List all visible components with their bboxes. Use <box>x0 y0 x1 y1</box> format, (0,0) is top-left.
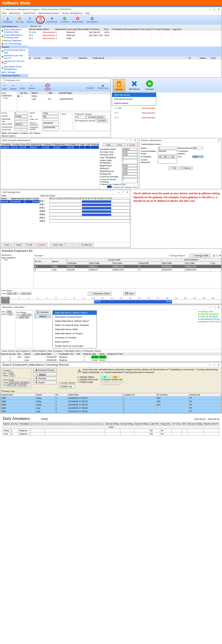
menu-add-device[interactable]: Add new device <box>112 93 156 97</box>
save-btn[interactable]: ✓Save <box>18 84 26 90</box>
employee-button[interactable]: Employee <box>1 16 14 24</box>
device-row[interactable]: ↺ 2Disconnected <box>112 110 222 115</box>
sidebar-export-data[interactable]: Export Attendance Checking Data <box>1 34 28 39</box>
sidebar: Data Maintenance Import Attendance Check… <box>1 25 28 77</box>
device-row[interactable]: ↺ 3Disconnected <box>112 115 222 120</box>
arrange-btn[interactable]: 📑 Arrange Shifts <box>189 254 211 257</box>
acno-input[interactable]: 1 <box>14 112 28 114</box>
machine-row[interactable]: ↺ 2Disconnected1Ethernet192.168.1.201437… <box>28 34 221 37</box>
schedule-emp-window: Schedule Employee's AC Department: OUR C… <box>0 248 222 305</box>
svg-rect-1 <box>18 17 21 20</box>
temp-shifts-btn[interactable]: 📑 Temporary Shifts <box>88 292 112 295</box>
tt-delete[interactable]: ✕ Delete <box>125 143 137 147</box>
tree-company[interactable]: OUR COMPANY <box>1 92 16 97</box>
svg-point-9 <box>92 18 93 19</box>
sidebar-import-data[interactable]: Import Attendance Checking Data <box>1 28 28 34</box>
table-row: Vicky1Daytime*6040 <box>3 429 219 432</box>
sidebar-photo-mgmt[interactable]: Attendance Photo Management <box>1 65 28 71</box>
table-row[interactable]: 2LinaNormal2000/1/12999/12/31☐2016/9/262… <box>34 268 221 272</box>
tree-dept[interactable]: XIMI <box>1 97 16 99</box>
sm-deltime[interactable]: ✕ Delete <box>65 243 78 247</box>
shift-mgmt-window: Shift Management—□✕ Shifts NameBeginning… <box>0 190 130 248</box>
del-btn[interactable]: —Delete <box>9 83 18 91</box>
search-btn[interactable]: 🔍 Search <box>34 372 57 376</box>
menu-edit-all[interactable]: Edit All device <box>112 101 156 105</box>
conn-device-btn[interactable]: Connect Device <box>86 115 105 119</box>
tab-machine-list[interactable]: Machine List <box>28 25 221 28</box>
preview-btn[interactable]: 🗎 Preview <box>34 377 57 380</box>
device-maint-window: Device maintenance✕ Communication param … <box>139 138 222 189</box>
import-btn[interactable]: ⇫Import <box>43 83 52 91</box>
gender-select[interactable]: Female <box>14 115 28 117</box>
report-btn[interactable]: 📄 Report <box>34 315 51 318</box>
add-btn[interactable]: +Add <box>1 83 8 91</box>
sidebar-ul-user[interactable]: Upload user info and FP <box>1 60 28 65</box>
transfer-btn[interactable]: ↔Transfer <box>84 84 95 90</box>
report-menu[interactable]: Daily Attendance Statistic Report Attend… <box>52 310 97 348</box>
sm-save[interactable]: ✓ Save <box>12 243 23 247</box>
export-btn[interactable]: 🗎 Export <box>34 381 57 384</box>
aclog-button[interactable]: AC Log <box>15 16 25 24</box>
table-row[interactable]: XIMIVicky12016/9/26 17:56:351001FP <box>1 403 221 407</box>
device-big-toolbar: Device Del Device Connect <box>112 78 222 93</box>
sm-delete[interactable]: ✕ Delete <box>35 243 47 247</box>
shift-timetable-window: Shift Timetable Maintenance—□✕ Timetable… <box>0 138 138 189</box>
tab-basic[interactable]: Basic Information <box>2 132 19 134</box>
app-icon: 📋 <box>2 8 5 11</box>
sidebar-usb-disk[interactable]: Usb Disk Manage <box>1 42 28 45</box>
calc-btn[interactable]: 🔢 Calculate <box>34 310 51 314</box>
table-row[interactable]: ▶ 1VickyNormal2000/1/12999/12/31☐2016/9/… <box>34 265 221 268</box>
table-row[interactable]: XIMILina22016/9/26 17:56:401FP <box>1 407 221 410</box>
sm-edit[interactable]: ✎ Edit <box>24 243 34 247</box>
facegroup-btn[interactable]: 👥FaceGroup <box>96 84 110 90</box>
cancel-btn[interactable]: ✕Cancel <box>27 84 37 90</box>
table-row[interactable]: XIMILina22016/9/26 17:56:421FP <box>1 410 221 413</box>
dept-tree-root[interactable]: OUR COMPANY <box>1 257 33 259</box>
report-button[interactable]: Report <box>25 16 35 24</box>
titlebar: 📋 Attendance Management Program - [Temp-… <box>1 7 221 12</box>
connect-big-btn[interactable]: Connect <box>144 79 155 91</box>
exit-button[interactable]: Exit system <box>85 16 99 24</box>
tt-post[interactable]: ✓ Post <box>113 143 124 147</box>
deldevice-big-btn[interactable]: Del Device <box>127 79 142 91</box>
sidebar-ac-manage[interactable]: AC Manage <box>1 71 28 74</box>
menubar[interactable]: DataAttendanceSearch/PrintMaintenance/Op… <box>1 12 221 15</box>
table-row: Lina2Daytime*6040 <box>3 432 219 436</box>
table-row[interactable]: XIMIVicky12016/9/26 17:56:321001FP <box>1 397 221 400</box>
machine-row[interactable]: ↺ 3Disconnected1USB <box>28 37 221 40</box>
device-row[interactable]: ↺ XIMIDisconnected <box>112 106 222 110</box>
search-record-window: Search Employee's Attendance Checking Re… <box>0 362 222 413</box>
window-controls[interactable]: —□✕ <box>206 8 220 11</box>
device-menu[interactable]: Add new device Edit current device Edit … <box>112 93 156 106</box>
sm-addtime[interactable]: + Add Time <box>50 243 65 247</box>
primary-logs-table: DepartmentNameNo.Date/TimeLocation IDID … <box>1 393 221 413</box>
attendance-calc-window: Attendance calculation—□✕ Dep. XIMI Name… <box>0 305 222 362</box>
dm-ok[interactable]: ✓ OK <box>168 166 178 170</box>
dept-tree-node[interactable]: XIMI <box>1 259 33 261</box>
connect-button[interactable]: Connect <box>59 16 70 24</box>
change-color-link[interactable]: Change the Display Color <box>112 186 137 188</box>
sidebar-backup-db[interactable]: Backup Database <box>1 39 28 42</box>
adv-export-btn[interactable]: ◆ Advanced Export <box>34 368 57 372</box>
disconnect-button[interactable]: Disconnect <box>71 16 85 24</box>
save-sched-btn[interactable]: 💾 Save <box>123 292 135 295</box>
sm-clearall[interactable]: ⊘ Clear All <box>79 243 94 247</box>
sm-add[interactable]: + Add <box>1 243 11 247</box>
dm-cancel[interactable]: ✕ Cancel <box>179 166 193 170</box>
deldevice-button[interactable]: Del Device <box>45 16 59 24</box>
device-button[interactable]: Device <box>36 16 44 24</box>
tt-add[interactable]: + Add <box>103 143 112 147</box>
sidebar-dl-logs[interactable]: Download attendance logs <box>1 48 28 54</box>
svg-rect-7 <box>77 18 79 19</box>
table-row[interactable]: XIMIVicky12016/9/26 17:56:331001FP <box>1 400 221 403</box>
dm-name-input[interactable]: 4 <box>158 147 177 149</box>
machine-row[interactable]: ↺ XIMIDisconnected1Ethernet192.168.0.243… <box>28 31 221 34</box>
id-grid-header: IdAc NoNamesTimeMachineVerify ModeIDStat… <box>28 57 221 60</box>
machine-grid-header: Device NameStatusMachineNo.Comm typeBaud… <box>28 28 221 31</box>
menu-edit-current[interactable]: Edit current device <box>112 97 156 101</box>
device-big-btn[interactable]: Device <box>113 79 125 91</box>
toolbar: Employee AC Log Report Device Del Device… <box>1 15 221 25</box>
modify-log-btn[interactable]: Modify Log <box>59 385 75 388</box>
employee-list-window: 📋 Employee List +Add —Delete ✓Save ✕Canc… <box>0 78 111 137</box>
sidebar-dl-user[interactable]: Download user info and FP <box>1 54 28 60</box>
